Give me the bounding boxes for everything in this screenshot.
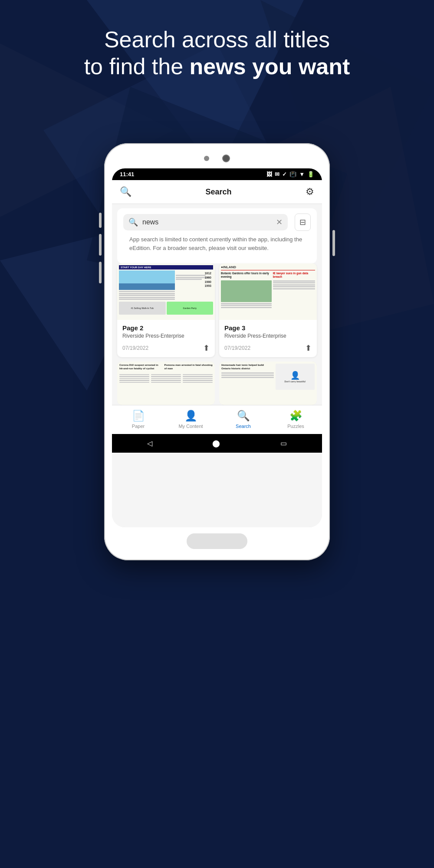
newspaper-page1: START YOUR DAY HERE [117,263,215,320]
result-card-1-pub: Riverside Press-Enterprise [122,333,210,339]
partial-card-4[interactable]: Homemade hair tonic helped build Ontario… [219,362,317,405]
hero-line1: Search across all titles [104,27,330,52]
share-icon-2[interactable]: ⬆ [305,343,312,353]
np2-left: Botanic Gardens offer tours in early eve… [221,272,272,309]
np1-ad2: Garden Party [167,302,214,315]
search-bar-container: 🔍 news ✕ ⊟ App search is limited to cont… [117,208,317,263]
np4-ad: 👤 Don't carry beautiful [276,364,315,390]
result-card-2-image: ●INLAND Botanic Gardens offer tours in e… [219,263,317,320]
camera-hole [222,155,230,162]
result-card-1-info: Page 2 Riverside Press-Enterprise 07/19/… [117,320,215,357]
result-card-1-title: Page 2 [122,324,210,332]
newspaper-page2: ●INLAND Botanic Gardens offer tours in e… [219,263,317,320]
search-nav-icon: 🔍 [237,410,250,422]
search-notice: App search is limited to content current… [123,231,311,258]
vol-up [99,213,102,228]
result-card-1-image: START YOUR DAY HERE [117,263,215,320]
home-button-android[interactable]: ⬤ [212,439,220,447]
search-input[interactable]: news [142,218,272,226]
settings-icon[interactable]: ⚙ [306,186,314,197]
mail-icon: ✉ [275,171,279,178]
nav-item-search[interactable]: 🔍 Search [217,410,270,429]
phone-screen: 11:41 🖼 ✉ ✓ 📳 ▼ 🔋 🔍 Search ⚙ [112,168,322,527]
partial-card-3-image: Corona DUI suspect arrested in hit-and-r… [117,362,215,405]
status-icons: 🖼 ✉ ✓ 📳 ▼ 🔋 [266,171,314,178]
partial-card-3[interactable]: Corona DUI suspect arrested in hit-and-r… [117,362,215,405]
np3-newspaper: Corona DUI suspect arrested in hit-and-r… [117,362,215,405]
np1-image [119,270,175,290]
result-card-2-date: 07/19/2022 [224,345,250,351]
np1-water [119,283,175,290]
vol-down [99,234,102,256]
paper-icon: 📄 [132,410,145,422]
np2-headline2: IE lawyer sues in gun data breach [273,272,315,279]
np4-face: 👤 [290,371,300,380]
np1-ads: #1 Selling Walk-In Tub Garden Party [119,302,213,315]
nav-label-mycontent: My Content [178,424,203,429]
power-button [332,230,335,256]
phone-top-bar [112,151,322,168]
android-nav-bar: ◁ ⬤ ▭ [112,434,322,453]
np1-ad1: #1 Selling Walk-In Tub [119,302,166,315]
np4-left: Homemade hair tonic helped build Ontario… [221,364,274,403]
home-button-physical[interactable] [187,533,247,549]
phone-outer: 11:41 🖼 ✉ ✓ 📳 ▼ 🔋 🔍 Search ⚙ [104,143,330,560]
result-card-1-date: 07/19/2022 [122,345,148,351]
np2-right: IE lawyer sues in gun data breach [273,272,315,309]
mycontent-icon: 👤 [184,410,197,422]
np2-title: ●INLAND [221,265,315,270]
hero-bold: news you want [190,54,350,79]
status-bar: 11:41 🖼 ✉ ✓ 📳 ▼ 🔋 [112,168,322,180]
np3-text3 [183,374,213,384]
result-card-2-info: Page 3 Riverside Press-Enterprise 07/19/… [219,320,317,357]
filter-button[interactable]: ⊟ [295,214,311,231]
phone-bottom [112,527,322,552]
status-time: 11:41 [120,171,134,178]
nav-item-puzzles[interactable]: 🧩 Puzzles [270,410,322,429]
np3-headline1: Corona DUI suspect arrested in hit-and-r… [119,364,163,371]
np4-right: 👤 Don't carry beautiful [276,364,315,403]
search-bar[interactable]: 🔍 news ✕ [123,214,288,230]
result-card-1-footer: 07/19/2022 ⬆ [122,343,210,353]
camera-icon: 🖼 [266,171,272,178]
recents-button[interactable]: ▭ [280,439,287,447]
np2-content: Botanic Gardens offer tours in early eve… [221,272,315,309]
nav-label-puzzles: Puzzles [287,424,304,429]
check-icon: ✓ [282,171,287,178]
results-grid: START YOUR DAY HERE [112,263,322,362]
back-button[interactable]: ◁ [147,439,152,447]
search-bar-search-icon: 🔍 [128,217,138,227]
nav-item-mycontent[interactable]: 👤 My Content [164,410,217,429]
phone-mockup: 11:41 🖼 ✉ ✓ 📳 ▼ 🔋 🔍 Search ⚙ [104,143,330,560]
np4-newspaper: Homemade hair tonic helped build Ontario… [219,362,317,405]
bottom-nav: 📄 Paper 👤 My Content 🔍 Search 🧩 Puzzles [112,405,322,434]
clear-search-icon[interactable]: ✕ [276,217,283,227]
result-card-1[interactable]: START YOUR DAY HERE [117,263,215,357]
share-icon-1[interactable]: ⬆ [203,343,210,353]
np1-text [119,291,175,300]
np2-headline1: Botanic Gardens offer tours in early eve… [221,272,272,279]
np2-image [221,280,272,302]
volume-buttons [99,213,102,283]
nav-item-paper[interactable]: 📄 Paper [112,410,164,429]
search-header-icon[interactable]: 🔍 [120,186,132,197]
vol-extra [99,262,102,283]
wifi-icon2: 🔋 [307,171,314,178]
np3-text1 [119,374,149,384]
app-content: 🔍 Search ⚙ 🔍 news ✕ ⊟ App search is li [112,180,322,527]
np3-text2 [151,374,181,384]
np1-header: START YOUR DAY HERE [119,265,213,270]
np3-headline2: Pomona man arrested in fatal shooting of… [164,364,213,371]
speaker-dot [204,156,209,161]
partial-results-row: Corona DUI suspect arrested in hit-and-r… [112,362,322,405]
nav-label-search: Search [236,424,251,429]
result-card-2-title: Page 3 [224,324,312,332]
np4-ad-text: Don't carry beautiful [285,380,306,383]
puzzles-icon: 🧩 [289,410,302,422]
vibrate-icon: 📳 [289,171,296,178]
result-card-2-pub: Riverside Press-Enterprise [224,333,312,339]
result-card-2[interactable]: ●INLAND Botanic Gardens offer tours in e… [219,263,317,357]
result-card-2-footer: 07/19/2022 ⬆ [224,343,312,353]
hero-line2: to find the [84,54,183,79]
partial-card-4-image: Homemade hair tonic helped build Ontario… [219,362,317,405]
